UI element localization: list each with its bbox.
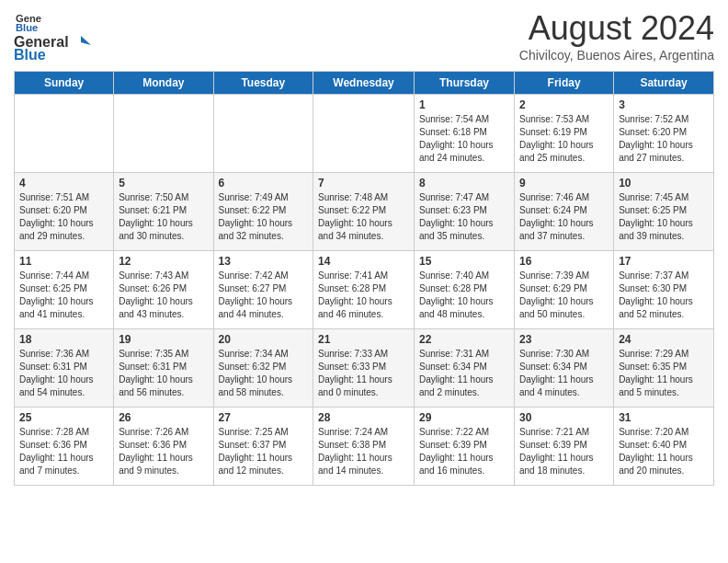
day-info: Sunrise: 7:35 AM Sunset: 6:31 PM Dayligh… bbox=[119, 348, 208, 399]
day-number: 14 bbox=[318, 255, 409, 268]
table-row bbox=[213, 95, 313, 173]
day-info: Sunrise: 7:34 AM Sunset: 6:32 PM Dayligh… bbox=[219, 348, 309, 399]
calendar-header-row: Sunday Monday Tuesday Wednesday Thursday… bbox=[15, 72, 714, 95]
day-info: Sunrise: 7:54 AM Sunset: 6:18 PM Dayligh… bbox=[419, 113, 509, 165]
day-number: 18 bbox=[19, 333, 108, 346]
svg-marker-3 bbox=[81, 36, 91, 45]
day-number: 10 bbox=[619, 177, 709, 190]
day-info: Sunrise: 7:26 AM Sunset: 6:36 PM Dayligh… bbox=[119, 426, 208, 477]
day-number: 30 bbox=[519, 411, 609, 424]
table-row: 10Sunrise: 7:45 AM Sunset: 6:25 PM Dayli… bbox=[614, 173, 714, 251]
table-row: 5Sunrise: 7:50 AM Sunset: 6:21 PM Daylig… bbox=[114, 173, 213, 251]
svg-text:Blue: Blue bbox=[16, 22, 38, 33]
location-subtitle: Chivilcoy, Buenos Aires, Argentina bbox=[519, 48, 714, 63]
table-row: 7Sunrise: 7:48 AM Sunset: 6:22 PM Daylig… bbox=[313, 173, 415, 251]
table-row: 4Sunrise: 7:51 AM Sunset: 6:20 PM Daylig… bbox=[15, 173, 114, 251]
table-row: 24Sunrise: 7:29 AM Sunset: 6:35 PM Dayli… bbox=[614, 329, 714, 408]
day-number: 24 bbox=[619, 333, 709, 346]
table-row bbox=[313, 95, 415, 173]
col-sunday: Sunday bbox=[15, 72, 114, 95]
logo-bird-icon bbox=[71, 34, 91, 51]
day-info: Sunrise: 7:30 AM Sunset: 6:34 PM Dayligh… bbox=[519, 348, 609, 399]
table-row: 11Sunrise: 7:44 AM Sunset: 6:25 PM Dayli… bbox=[15, 251, 114, 329]
day-info: Sunrise: 7:22 AM Sunset: 6:39 PM Dayligh… bbox=[419, 426, 509, 477]
table-row: 14Sunrise: 7:41 AM Sunset: 6:28 PM Dayli… bbox=[313, 251, 415, 329]
day-info: Sunrise: 7:52 AM Sunset: 6:20 PM Dayligh… bbox=[619, 113, 709, 165]
table-row: 20Sunrise: 7:34 AM Sunset: 6:32 PM Dayli… bbox=[213, 329, 313, 408]
calendar-table: Sunday Monday Tuesday Wednesday Thursday… bbox=[14, 71, 714, 486]
day-number: 29 bbox=[419, 411, 509, 424]
table-row: 9Sunrise: 7:46 AM Sunset: 6:24 PM Daylig… bbox=[515, 173, 614, 251]
day-info: Sunrise: 7:20 AM Sunset: 6:40 PM Dayligh… bbox=[619, 426, 709, 477]
day-info: Sunrise: 7:24 AM Sunset: 6:38 PM Dayligh… bbox=[318, 426, 409, 477]
day-number: 11 bbox=[19, 255, 108, 268]
calendar-week-row: 4Sunrise: 7:51 AM Sunset: 6:20 PM Daylig… bbox=[15, 173, 714, 251]
table-row: 25Sunrise: 7:28 AM Sunset: 6:36 PM Dayli… bbox=[15, 408, 114, 486]
col-thursday: Thursday bbox=[415, 72, 515, 95]
table-row: 6Sunrise: 7:49 AM Sunset: 6:22 PM Daylig… bbox=[213, 173, 313, 251]
calendar-week-row: 11Sunrise: 7:44 AM Sunset: 6:25 PM Dayli… bbox=[15, 251, 714, 329]
calendar-week-row: 18Sunrise: 7:36 AM Sunset: 6:31 PM Dayli… bbox=[15, 329, 714, 408]
table-row: 22Sunrise: 7:31 AM Sunset: 6:34 PM Dayli… bbox=[415, 329, 515, 408]
table-row bbox=[15, 95, 114, 173]
day-number: 6 bbox=[219, 177, 309, 190]
day-info: Sunrise: 7:21 AM Sunset: 6:39 PM Dayligh… bbox=[519, 426, 609, 477]
table-row: 2Sunrise: 7:53 AM Sunset: 6:19 PM Daylig… bbox=[515, 95, 614, 173]
day-info: Sunrise: 7:42 AM Sunset: 6:27 PM Dayligh… bbox=[219, 270, 309, 321]
day-info: Sunrise: 7:46 AM Sunset: 6:24 PM Dayligh… bbox=[519, 191, 609, 243]
day-number: 9 bbox=[519, 177, 609, 190]
day-info: Sunrise: 7:25 AM Sunset: 6:37 PM Dayligh… bbox=[219, 426, 309, 477]
day-info: Sunrise: 7:44 AM Sunset: 6:25 PM Dayligh… bbox=[19, 270, 108, 321]
day-number: 26 bbox=[119, 411, 208, 424]
col-wednesday: Wednesday bbox=[313, 72, 415, 95]
table-row: 17Sunrise: 7:37 AM Sunset: 6:30 PM Dayli… bbox=[614, 251, 714, 329]
table-row: 3Sunrise: 7:52 AM Sunset: 6:20 PM Daylig… bbox=[614, 95, 714, 173]
col-saturday: Saturday bbox=[614, 72, 714, 95]
table-row: 23Sunrise: 7:30 AM Sunset: 6:34 PM Dayli… bbox=[515, 329, 614, 408]
day-number: 3 bbox=[619, 98, 709, 111]
day-number: 17 bbox=[619, 255, 709, 268]
day-number: 7 bbox=[318, 177, 409, 190]
table-row: 8Sunrise: 7:47 AM Sunset: 6:23 PM Daylig… bbox=[415, 173, 515, 251]
day-info: Sunrise: 7:28 AM Sunset: 6:36 PM Dayligh… bbox=[19, 426, 108, 477]
day-info: Sunrise: 7:50 AM Sunset: 6:21 PM Dayligh… bbox=[119, 191, 208, 243]
day-info: Sunrise: 7:49 AM Sunset: 6:22 PM Dayligh… bbox=[219, 191, 309, 243]
day-info: Sunrise: 7:47 AM Sunset: 6:23 PM Dayligh… bbox=[419, 191, 509, 243]
table-row: 29Sunrise: 7:22 AM Sunset: 6:39 PM Dayli… bbox=[415, 408, 515, 486]
day-info: Sunrise: 7:45 AM Sunset: 6:25 PM Dayligh… bbox=[619, 191, 709, 243]
calendar-week-row: 25Sunrise: 7:28 AM Sunset: 6:36 PM Dayli… bbox=[15, 408, 714, 486]
table-row: 1Sunrise: 7:54 AM Sunset: 6:18 PM Daylig… bbox=[415, 95, 515, 173]
day-info: Sunrise: 7:33 AM Sunset: 6:33 PM Dayligh… bbox=[318, 348, 409, 399]
col-monday: Monday bbox=[114, 72, 213, 95]
col-friday: Friday bbox=[515, 72, 614, 95]
day-number: 21 bbox=[318, 333, 409, 346]
day-number: 15 bbox=[419, 255, 509, 268]
day-number: 25 bbox=[19, 411, 108, 424]
day-info: Sunrise: 7:37 AM Sunset: 6:30 PM Dayligh… bbox=[619, 270, 709, 321]
table-row: 12Sunrise: 7:43 AM Sunset: 6:26 PM Dayli… bbox=[114, 251, 213, 329]
calendar-week-row: 1Sunrise: 7:54 AM Sunset: 6:18 PM Daylig… bbox=[15, 95, 714, 173]
month-year-title: August 2024 bbox=[519, 9, 714, 48]
table-row: 31Sunrise: 7:20 AM Sunset: 6:40 PM Dayli… bbox=[614, 408, 714, 486]
day-number: 27 bbox=[219, 411, 309, 424]
day-info: Sunrise: 7:43 AM Sunset: 6:26 PM Dayligh… bbox=[119, 270, 208, 321]
day-info: Sunrise: 7:36 AM Sunset: 6:31 PM Dayligh… bbox=[19, 348, 108, 399]
logo: General Blue General Blue bbox=[14, 9, 91, 63]
table-row: 19Sunrise: 7:35 AM Sunset: 6:31 PM Dayli… bbox=[114, 329, 213, 408]
table-row: 15Sunrise: 7:40 AM Sunset: 6:28 PM Dayli… bbox=[415, 251, 515, 329]
table-row: 30Sunrise: 7:21 AM Sunset: 6:39 PM Dayli… bbox=[515, 408, 614, 486]
day-info: Sunrise: 7:41 AM Sunset: 6:28 PM Dayligh… bbox=[318, 270, 409, 321]
day-number: 8 bbox=[419, 177, 509, 190]
title-block: August 2024 Chivilcoy, Buenos Aires, Arg… bbox=[519, 9, 714, 63]
day-number: 20 bbox=[219, 333, 309, 346]
col-tuesday: Tuesday bbox=[213, 72, 313, 95]
table-row: 18Sunrise: 7:36 AM Sunset: 6:31 PM Dayli… bbox=[15, 329, 114, 408]
page-container: General Blue General Blue August 2024 Ch… bbox=[0, 0, 728, 495]
day-info: Sunrise: 7:39 AM Sunset: 6:29 PM Dayligh… bbox=[519, 270, 609, 321]
day-number: 16 bbox=[519, 255, 609, 268]
day-info: Sunrise: 7:31 AM Sunset: 6:34 PM Dayligh… bbox=[419, 348, 509, 399]
day-number: 12 bbox=[119, 255, 208, 268]
table-row: 16Sunrise: 7:39 AM Sunset: 6:29 PM Dayli… bbox=[515, 251, 614, 329]
day-info: Sunrise: 7:40 AM Sunset: 6:28 PM Dayligh… bbox=[419, 270, 509, 321]
day-number: 1 bbox=[419, 98, 509, 111]
